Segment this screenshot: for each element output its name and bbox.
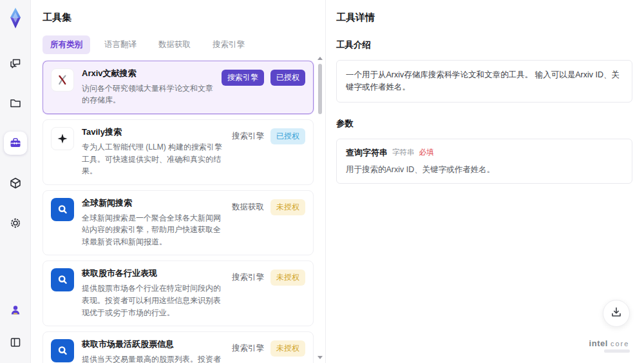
tool-description: 专为人工智能代理 (LLM) 构建的搜索引擎工具。可快速提供实时、准确和真实的结… — [82, 141, 224, 177]
brand-underline — [604, 349, 630, 353]
tool-name: Tavily搜索 — [82, 127, 224, 138]
tool-detail-panel: 工具详情 工具介绍 一个用于从Arxiv存储库搜索科学论文和文章的工具。 输入可… — [325, 0, 644, 363]
auth-status-badge: 已授权 — [270, 128, 305, 144]
auth-status-badge: 未授权 — [270, 270, 305, 286]
scroll-up-arrow-icon[interactable] — [317, 57, 323, 60]
param-type: 字符串 — [392, 148, 415, 157]
sidebar-item-chat[interactable] — [4, 52, 27, 75]
category-label: 搜索引擎 — [232, 131, 264, 142]
tool-name: Arxiv文献搜索 — [82, 68, 214, 79]
tool-card-global-news[interactable]: 全球新闻搜索 全球新闻搜索是一个聚合全球各大新闻网站内容的搜索引擎，帮助用户快速… — [43, 190, 314, 256]
page-title: 工具集 — [43, 12, 323, 24]
tool-card-most-active-stocks[interactable]: 获取市场最活跃股票信息 提供当天交易量最高的股票列表。投资者可以利用这些信息来识… — [43, 331, 314, 363]
category-tabs: 所有类别 语言翻译 数据获取 搜索引擎 — [43, 35, 323, 54]
chat-icon — [9, 57, 22, 70]
category-label: 搜索引擎 — [232, 343, 264, 354]
category-badge: 搜索引擎 — [222, 70, 264, 86]
category-label: 数据获取 — [232, 202, 264, 213]
tool-description: 提供股票市场各个行业在特定时间段内的表现。投资者可以利用这些信息来识别表现优于或… — [82, 282, 224, 319]
tool-description: 全球新闻搜索是一个聚合全球各大新闻网站内容的搜索引擎，帮助用户快速获取全球最新资… — [82, 212, 224, 248]
scroll-down-arrow-icon[interactable] — [317, 356, 323, 359]
tool-description: 提供当天交易量最高的股票列表。投资者可以利用这些信息来识别流动性强的股票和潜在的… — [82, 353, 224, 363]
param-name: 查询字符串 — [346, 147, 388, 159]
search-app-icon — [51, 198, 74, 221]
detail-title: 工具详情 — [336, 12, 632, 24]
cube-icon — [9, 177, 22, 190]
params-heading: 参数 — [336, 118, 632, 130]
tool-card-sector-performance[interactable]: 获取股市各行业表现 提供股票市场各个行业在特定时间段内的表现。投资者可以利用这些… — [43, 260, 314, 326]
tool-description: 访问各个研究领域大量科学论文和文章的存储库。 — [82, 83, 214, 106]
auth-status-badge: 已授权 — [270, 70, 305, 86]
sidebar-item-packages[interactable] — [4, 172, 27, 195]
gear-icon — [9, 217, 22, 230]
tab-data-fetch[interactable]: 数据获取 — [151, 35, 198, 54]
left-rail — [0, 0, 31, 363]
tool-card-list: Arxiv文献搜索 访问各个研究领域大量科学论文和文章的存储库。 搜索引擎 已授… — [43, 61, 323, 363]
user-avatar[interactable] — [4, 299, 27, 322]
tool-card-tavily[interactable]: Tavily搜索 专为人工智能代理 (LLM) 构建的搜索引擎工具。可快速提供实… — [43, 119, 314, 185]
sidebar-item-settings[interactable] — [4, 211, 27, 235]
app-logo[interactable] — [5, 5, 26, 31]
param-description: 用于搜索的Arxiv ID、关键字或作者姓名。 — [346, 164, 623, 175]
intro-text-box: 一个用于从Arxiv存储库搜索科学论文和文章的工具。 输入可以是Arxiv ID… — [336, 60, 632, 103]
sidebar-item-toolset[interactable] — [4, 132, 27, 155]
auth-status-badge: 未授权 — [270, 199, 305, 215]
parameter-card: 查询字符串 字符串 必填 用于搜索的Arxiv ID、关键字或作者姓名。 — [336, 139, 632, 184]
tool-card-arxiv[interactable]: Arxiv文献搜索 访问各个研究领域大量科学论文和文章的存储库。 搜索引擎 已授… — [43, 61, 314, 114]
toolbox-icon — [9, 137, 22, 150]
tool-name: 获取股市各行业表现 — [82, 268, 224, 279]
tool-name: 获取市场最活跃股票信息 — [82, 339, 224, 350]
intro-heading: 工具介绍 — [336, 39, 632, 51]
download-icon — [611, 306, 622, 320]
arxiv-logo-icon — [51, 68, 74, 92]
download-button[interactable] — [603, 300, 630, 327]
auth-status-badge: 未授权 — [270, 340, 305, 357]
folder-icon — [9, 97, 22, 110]
param-required-flag: 必填 — [419, 148, 434, 157]
sparkle-icon — [51, 127, 74, 150]
brand-core: core — [611, 340, 629, 348]
sidebar-item-files[interactable] — [4, 92, 27, 115]
list-scrollbar[interactable] — [317, 57, 323, 359]
brand-intel: intel — [589, 338, 608, 348]
tab-search-engine[interactable]: 搜索引擎 — [205, 35, 252, 54]
search-app-icon — [51, 268, 74, 291]
category-label: 搜索引擎 — [232, 272, 264, 283]
scrollbar-thumb[interactable] — [318, 64, 322, 114]
intel-core-logo: intel core — [589, 338, 630, 353]
tab-all-categories[interactable]: 所有类别 — [43, 35, 90, 54]
tool-name: 全球新闻搜索 — [82, 198, 224, 209]
panel-toggle-icon[interactable] — [4, 331, 27, 354]
tool-list-panel: 工具集 所有类别 语言翻译 数据获取 搜索引擎 Arxiv文献搜索 访问各个研究… — [31, 0, 325, 363]
search-app-icon — [51, 339, 74, 362]
app-window: 工具集 所有类别 语言翻译 数据获取 搜索引擎 Arxiv文献搜索 访问各个研究… — [0, 0, 644, 363]
tab-language-translation[interactable]: 语言翻译 — [97, 35, 144, 54]
